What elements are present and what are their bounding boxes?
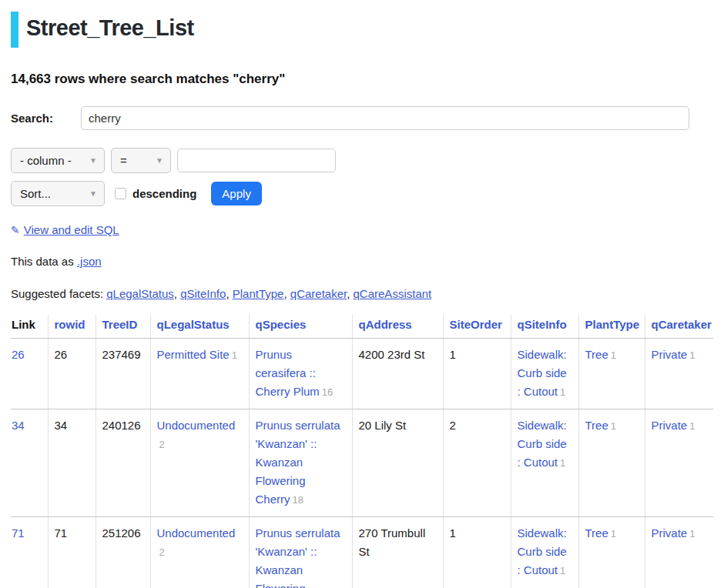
column-select[interactable]: - column - ▼	[11, 148, 105, 173]
descending-label: descending	[132, 187, 196, 200]
cell-qspecies-link[interactable]: Prunus serrulata 'Kwanzan' :: Kwanzan Fl…	[256, 419, 340, 506]
sort-select[interactable]: Sort... ▼	[11, 181, 105, 206]
facet-count: 2	[159, 546, 165, 558]
accent-bar	[11, 12, 18, 48]
row-link[interactable]: 71	[12, 526, 25, 540]
chevron-down-icon: ▼	[156, 156, 163, 165]
sort-select-value: Sort...	[20, 187, 51, 200]
cell-qaddress: 20 Lily St	[352, 409, 443, 517]
facet-count: 16	[322, 386, 333, 398]
cell-qaddress: 270 Trumbull St	[352, 517, 443, 588]
cell-siteorder: 2	[443, 409, 511, 517]
row-count-heading: 14,663 rows where search matches "cherry…	[11, 72, 713, 87]
cell-qcaretaker-link[interactable]: Private	[652, 348, 688, 361]
header-qlegalstatus[interactable]: qLegalStatus	[150, 315, 249, 339]
table-row: 26 26 237469 Permitted Site1 Prunus cera…	[11, 339, 713, 409]
cell-qlegalstatus-link[interactable]: Undocumented	[157, 419, 236, 432]
search-row: Search:	[11, 106, 713, 130]
cell-treeid: 251206	[96, 517, 150, 588]
data-as-row: This data as .json	[11, 255, 713, 268]
cell-planttype-link[interactable]: Tree	[585, 526, 608, 540]
header-link: Link	[11, 315, 48, 339]
filter-row: - column - ▼ = ▼	[11, 148, 713, 173]
facet-count: 18	[293, 494, 303, 506]
cell-qlegalstatus-link[interactable]: Undocumented	[157, 526, 236, 540]
cell-siteorder: 1	[443, 517, 511, 588]
cell-qspecies-link[interactable]: Prunus serrulata 'Kwanzan' :: Kwanzan Fl…	[256, 526, 340, 588]
facet-count: 1	[232, 349, 237, 361]
facet-count: 1	[611, 349, 616, 361]
header-planttype[interactable]: PlantType	[578, 315, 645, 339]
row-link[interactable]: 34	[12, 419, 25, 432]
facet-count: 1	[689, 528, 695, 540]
facet-count: 2	[159, 439, 165, 450]
cell-rowid: 71	[48, 517, 96, 588]
facet-separator: ,	[226, 287, 232, 300]
descending-checkbox[interactable]	[115, 188, 126, 199]
pencil-icon: ✎	[11, 224, 20, 236]
cell-siteorder: 1	[443, 339, 511, 409]
table-row: 71 71 251206 Undocumented2 Prunus serrul…	[11, 517, 713, 588]
data-as-prefix: This data as	[11, 255, 77, 268]
operator-select-value: =	[120, 154, 127, 167]
chevron-down-icon: ▼	[89, 156, 97, 165]
cell-planttype-link[interactable]: Tree	[585, 348, 608, 361]
facet-count: 1	[560, 386, 565, 398]
facet-separator: ,	[174, 287, 180, 300]
facet-link-qlegalstatus[interactable]: qLegalStatus	[106, 287, 174, 300]
sql-link-row: ✎View and edit SQL	[11, 223, 713, 236]
search-input[interactable]	[81, 106, 689, 130]
cell-qcaretaker-link[interactable]: Private	[652, 526, 688, 540]
table-row: 34 34 240126 Undocumented2 Prunus serrul…	[11, 409, 713, 517]
filter-value-input[interactable]	[177, 149, 336, 172]
cell-planttype-link[interactable]: Tree	[585, 419, 608, 432]
facet-count: 1	[560, 565, 565, 576]
cell-qspecies-link[interactable]: Prunus cerasifera :: Cherry Plum	[256, 348, 320, 398]
facet-link-qsiteinfo[interactable]: qSiteInfo	[180, 287, 226, 300]
header-treeid[interactable]: TreeID	[96, 315, 150, 339]
chevron-down-icon: ▼	[89, 189, 97, 198]
apply-button[interactable]: Apply	[211, 182, 262, 205]
header-qspecies[interactable]: qSpecies	[249, 315, 352, 339]
facet-separator: ,	[283, 287, 290, 300]
cell-treeid: 240126	[96, 409, 150, 517]
facet-separator: ,	[347, 287, 353, 300]
search-label: Search:	[11, 112, 81, 125]
header-qaddress[interactable]: qAddress	[352, 315, 443, 339]
results-table: Link rowid TreeID qLegalStatus qSpecies …	[11, 315, 713, 588]
cell-treeid: 237469	[96, 339, 150, 409]
cell-rowid: 26	[48, 339, 96, 409]
header-qsiteinfo[interactable]: qSiteInfo	[511, 315, 578, 339]
operator-select[interactable]: = ▼	[111, 148, 171, 173]
facet-count: 1	[560, 457, 565, 469]
header-rowid[interactable]: rowid	[48, 315, 96, 339]
facet-link-qcaretaker[interactable]: qCaretaker	[290, 287, 347, 300]
facet-count: 1	[611, 528, 616, 540]
row-link[interactable]: 26	[12, 348, 25, 361]
header-qcaretaker[interactable]: qCaretaker	[645, 315, 713, 339]
view-edit-sql-link[interactable]: View and edit SQL	[24, 223, 119, 236]
header-siteorder[interactable]: SiteOrder	[443, 315, 511, 339]
column-select-value: - column -	[20, 154, 72, 167]
cell-qaddress: 4200 23rd St	[352, 339, 443, 409]
cell-rowid: 34	[48, 409, 96, 517]
facet-link-planttype[interactable]: PlantType	[233, 287, 284, 300]
facet-count: 1	[689, 349, 695, 361]
facet-count: 1	[689, 420, 695, 432]
cell-qlegalstatus-link[interactable]: Permitted Site	[157, 348, 230, 361]
facets-prefix: Suggested facets:	[11, 287, 106, 300]
cell-qcaretaker-link[interactable]: Private	[652, 419, 688, 432]
facet-link-qcareassistant[interactable]: qCareAssistant	[354, 287, 432, 300]
page-title: Street_Tree_List	[26, 15, 194, 41]
facet-count: 1	[611, 420, 616, 432]
sort-row: Sort... ▼ descending Apply	[11, 181, 713, 206]
json-link[interactable]: .json	[77, 255, 102, 268]
table-header-row: Link rowid TreeID qLegalStatus qSpecies …	[11, 315, 713, 339]
page-header: Street_Tree_List	[11, 12, 713, 48]
suggested-facets-row: Suggested facets: qLegalStatus, qSiteInf…	[11, 287, 713, 300]
